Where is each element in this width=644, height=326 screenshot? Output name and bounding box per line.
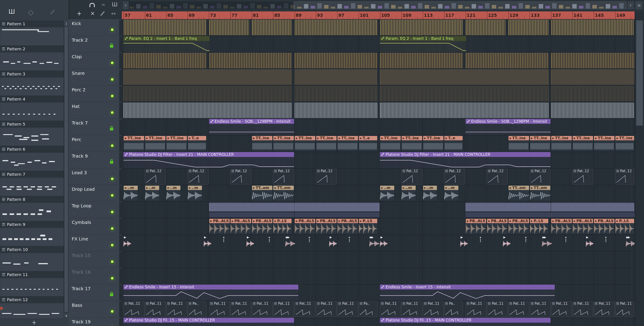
track-lock-icon[interactable] [109,126,114,131]
clip-fx[interactable]: ▶ [503,236,510,249]
track-options-dots[interactable]: ... [72,261,77,264]
clip-waveform[interactable] [124,69,292,85]
scrollbar-thumb[interactable] [64,27,68,312]
track-options-dots[interactable]: ... [72,62,77,65]
track-led[interactable] [110,28,114,32]
track-options-dots[interactable]: ... [72,228,77,231]
clip-audio[interactable]: ▸..m [444,185,459,201]
track-led[interactable] [110,276,114,280]
clip-waveform[interactable] [294,103,378,118]
clip-waveform[interactable] [466,202,550,218]
track-options-dots[interactable]: ... [72,294,77,297]
clip-waveform[interactable] [380,20,463,35]
clip-audio[interactable]: ▸P..LS [530,219,548,234]
clip-fx[interactable] [348,236,350,249]
clip-audio[interactable]: ▸PB..ALS [466,219,486,234]
clip-pattern[interactable]: Pat..11 [487,301,508,317]
clip-audio[interactable]: ▸PB..ALS [337,219,358,234]
track-led[interactable] [110,77,114,82]
clip-pattern[interactable]: Pat..11 [166,301,187,317]
clip-fx[interactable]: ▶▶ [626,236,634,249]
clip-pattern[interactable]: Pat..12 [444,169,465,185]
track-led[interactable] [110,227,114,231]
clip-audio[interactable]: ▸TT..ine [316,136,337,151]
clip-waveform[interactable] [294,53,378,69]
clip-audio[interactable]: ▸PB..ALS [594,219,615,234]
clip-audio[interactable]: ▸..m [402,185,416,201]
track-led[interactable] [110,309,114,313]
track-header[interactable]: Track 2... [69,36,119,52]
pattern-item[interactable]: Pattern 12 [0,296,64,319]
clip-waveform[interactable] [551,20,634,35]
tool-diamond-icon[interactable] [28,10,34,16]
clip-pattern[interactable]: Pat..12 [402,169,422,185]
clip-audio[interactable]: ▸TT..ine [594,136,615,151]
clip-audio[interactable]: ▸P..LS [273,219,292,234]
clip-fx[interactable] [222,236,225,249]
track-lock-icon[interactable] [109,43,114,49]
pattern-list-scrollbar[interactable]: | ▾ [64,21,69,319]
clip-waveform[interactable] [124,103,292,118]
scroll-down-icon[interactable]: ▾ [64,313,69,319]
clip-waveform[interactable] [209,202,294,218]
pattern-item[interactable]: Pattern 7 [0,171,64,196]
track-led[interactable] [110,111,114,115]
clip-waveform[interactable] [294,69,378,85]
clip-audio[interactable]: ▸P..LS [359,219,378,234]
track-header[interactable]: Perc... [69,135,119,152]
clip-pattern[interactable]: Pat..12 [572,169,594,185]
clip-audio[interactable]: ▸PB..ALS [252,219,273,234]
track-options-dots[interactable]: ... [72,277,77,280]
clip-pattern[interactable]: Pat..11 [294,301,316,317]
clip-pattern[interactable]: Pat..11 [466,301,486,317]
clip-waveform[interactable] [294,86,378,102]
clip-audio[interactable]: ▸TT..ine [402,136,422,151]
clip-waveform[interactable] [124,53,206,69]
track-led[interactable] [110,194,114,198]
track-header[interactable]: Hat... [69,102,119,119]
clip-pattern[interactable]: Pat..11 [615,301,634,317]
track-options-dots[interactable]: ... [72,244,77,247]
clip-audio[interactable]: ▸PB..ALS [508,219,529,234]
clip-waveform[interactable] [380,53,463,69]
clip-audio[interactable]: ▸T..e [444,136,463,151]
clip-fx[interactable]: ▶▶ [285,236,295,249]
slide-icon[interactable]: ↔ [111,10,116,17]
clip-audio[interactable]: ▸TT..om [530,185,551,201]
track-header[interactable]: Drop Lead... [69,185,119,202]
clip-automation[interactable]: Endless Smile - Insert 15 - Intensit [124,285,298,300]
draw-tool-icon[interactable] [50,10,54,15]
clip-waveform[interactable] [380,69,548,85]
track-header[interactable]: Kick... [69,19,119,36]
clip-fx[interactable]: ▶ [329,236,337,249]
track-options-dots[interactable]: ... [72,78,77,82]
track-header[interactable]: Track 9... [69,152,119,168]
pattern-window-icon[interactable]: Ш [8,8,15,15]
clip-pattern[interactable]: Pat..11 [380,301,401,317]
track-header[interactable]: Track 15... [69,251,119,268]
brush-icon[interactable] [100,11,105,16]
vertical-scrollbar-thumb[interactable] [636,20,643,126]
clip-pattern[interactable]: Pat..11 [530,301,551,317]
clip-waveform[interactable] [124,20,206,35]
clip-pattern[interactable]: Pat..11 [402,301,422,317]
clip-audio[interactable]: ▸TT..ine [615,136,634,151]
clip-audio[interactable]: ▸TT..ine [380,136,401,151]
clip-waveform[interactable] [551,53,634,69]
track-led[interactable] [110,94,114,98]
clip-audio[interactable]: ▸TT..ine [145,136,166,151]
clip-fx[interactable] [524,236,527,249]
clip-pattern[interactable]: Pat..11 [508,301,529,317]
clip-fx[interactable]: ▶ [460,236,468,249]
clip-waveform[interactable] [124,86,292,102]
clip-audio[interactable]: ▸TT..ine [273,136,294,151]
clip-pattern[interactable]: Pat..11 [273,301,294,317]
clip-fx[interactable]: ▶▶ [542,236,552,249]
clip-waveform[interactable] [466,20,506,35]
clip-audio[interactable]: ▸TT..ine [252,136,273,151]
track-header[interactable]: Lead 3... [69,168,119,185]
clip-automation[interactable]: Endless Smile - SOB.._129BPM - Intensit [466,119,550,135]
clip-fx[interactable] [564,236,567,249]
track-led[interactable] [110,260,114,264]
playlist-menu-icon[interactable]: ≡ [636,1,643,10]
